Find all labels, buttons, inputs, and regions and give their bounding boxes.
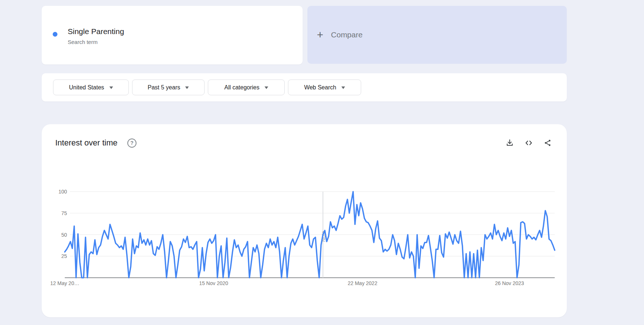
term-color-dot [53,32,57,37]
filter-geo-label: United States [69,84,104,91]
x-axis-label: 15 Nov 2020 [199,280,228,286]
embed-button[interactable] [524,138,533,148]
filter-bar: United States Past 5 years All categorie… [42,73,567,101]
chart-actions [505,138,553,148]
chevron-down-icon [109,86,113,89]
chevron-down-icon [341,86,345,89]
filter-pills: United States Past 5 years All categorie… [53,80,361,95]
y-axis-label: 100 [59,189,67,195]
help-icon[interactable]: ? [127,139,136,148]
filter-time-label: Past 5 years [148,84,180,91]
chart-header: Interest over time ? [55,138,136,148]
search-term-type-label: Search term [68,39,98,45]
search-term-title: Single Parenting [68,27,124,36]
filter-category-label: All categories [224,84,259,91]
download-button[interactable] [505,138,514,148]
x-axis-label: 12 May 20… [50,280,79,286]
interest-over-time-chart[interactable]: 255075100Note12 May 20…15 Nov 202022 May… [42,169,567,293]
filter-geo-dropdown[interactable]: United States [53,80,129,95]
x-axis-label: 22 May 2022 [348,280,377,286]
y-axis-label: 25 [61,253,67,259]
x-axis-label: 26 Nov 2023 [495,280,524,286]
chart-title: Interest over time [55,138,117,148]
filter-category-dropdown[interactable]: All categories [208,80,285,95]
compare-label: Compare [331,30,363,39]
download-icon [505,139,514,147]
search-term-card[interactable]: Single Parenting Search term [42,6,303,64]
filter-time-dropdown[interactable]: Past 5 years [132,80,205,95]
page: { "term_card": { "term": "Single Parenti… [0,0,644,325]
interest-over-time-card: Interest over time ? 255075100Note12 May… [42,124,567,317]
filter-search-type-dropdown[interactable]: Web Search [288,80,361,95]
plus-icon: + [317,29,323,40]
embed-icon [524,139,533,147]
share-icon [543,139,552,147]
chevron-down-icon [265,86,268,89]
chevron-down-icon [185,86,189,89]
y-axis-label: 50 [61,232,67,238]
compare-add-card[interactable]: + Compare [307,6,567,64]
y-axis-label: 75 [61,210,67,216]
share-button[interactable] [543,138,553,148]
filter-search-type-label: Web Search [304,84,336,91]
